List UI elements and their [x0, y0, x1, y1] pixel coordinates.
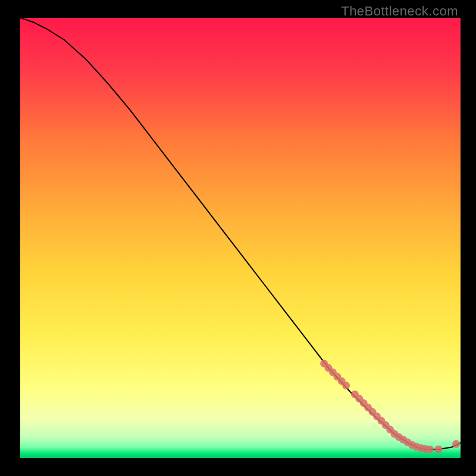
plot-area [20, 18, 461, 458]
data-point [426, 446, 434, 453]
chart-container: TheBottleneck.com [0, 0, 476, 476]
data-point [342, 381, 350, 389]
data-point [435, 446, 443, 453]
data-point [452, 440, 460, 448]
gradient-background [20, 18, 461, 458]
chart-svg [20, 18, 461, 458]
watermark-text: TheBottleneck.com [341, 4, 458, 19]
